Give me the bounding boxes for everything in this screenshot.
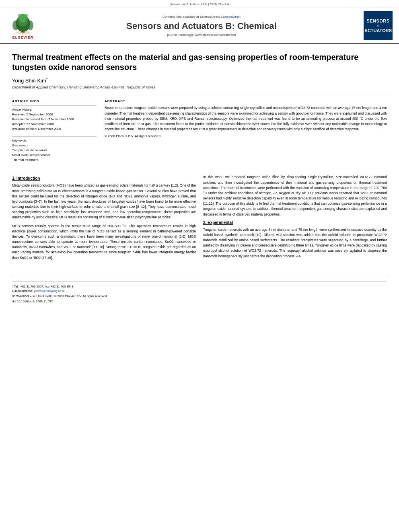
intro-para3: In this work, we prepared tungsten oxide… — [203, 175, 387, 217]
footer-doi: doi:10.1016/j.snb.2008.11.037 — [12, 300, 387, 303]
badge-and-text: & — [377, 24, 379, 28]
footer-email: yoshin@hanyang.ac.kr — [34, 289, 64, 293]
journal-title-center: Contents lists available at ScienceDirec… — [45, 11, 358, 40]
email-label: E-mail address: — [12, 289, 33, 293]
keyword-1: Gas sensor — [12, 143, 97, 148]
badge-actuators-text: ACTUATORS — [364, 28, 392, 33]
footer-tel-note: * Tel.: +82 31 400 5507; fax: +82 31 400… — [12, 285, 387, 288]
badge-sensors-text: SENSORS — [366, 18, 389, 24]
article-history-block: Article history: Received 5 September 20… — [12, 105, 97, 131]
copyright-line: © 2008 Elsevier B.V. All rights reserved… — [105, 134, 387, 138]
svg-point-8 — [25, 14, 28, 17]
main-col-left: 1. Introduction Metal oxide semiconducto… — [12, 175, 196, 263]
footer-area: * Tel.: +82 31 400 5507; fax: +82 31 400… — [12, 276, 387, 303]
experimental-para1: Tungsten oxide nanorods with an average … — [203, 227, 387, 259]
journal-header: ELSEVIER Contents lists available at Sci… — [0, 8, 399, 44]
elsevier-tree-icon — [11, 12, 35, 35]
history-label: Article history: — [12, 108, 97, 111]
abstract-title: ABSTRACT — [105, 99, 387, 103]
elsevier-brand-text: ELSEVIER — [12, 35, 34, 39]
abstract-text: Room-temperature tungsten oxide sensors … — [105, 105, 387, 132]
svg-point-5 — [12, 21, 19, 30]
journal-top-bar: Sensors and Actuators B 137 (2009) 297–3… — [0, 0, 399, 8]
svg-point-7 — [18, 14, 21, 17]
footer-rights: 0925-4005/$ – see front matter © 2008 El… — [12, 294, 387, 298]
footer-email-line: E-mail address: yoshin@hanyang.ac.kr — [12, 289, 387, 293]
revised-line: Received in revised form 7 November 2008 — [12, 117, 97, 122]
journal-main-title: Sensors and Actuators B: Chemical — [45, 21, 358, 31]
article-info-col: ARTICLE INFO Article history: Received 5… — [12, 99, 97, 167]
main-content-row: 1. Introduction Metal oxide semiconducto… — [12, 175, 387, 263]
page-wrapper: Sensors and Actuators B 137 (2009) 297–3… — [0, 0, 399, 532]
article-title: Thermal treatment effects on the materia… — [12, 52, 387, 72]
keywords-label: Keywords: — [12, 139, 97, 142]
keyword-2: Tungsten oxide nanorod — [12, 148, 97, 153]
intro-para1: Metal oxide semiconductors (MOS) have be… — [12, 183, 196, 220]
affiliation: Department of Applied Chemistry, Hanyang… — [12, 85, 387, 89]
journal-badge: SENSORS & ACTUATORS — [362, 11, 394, 40]
elsevier-logo: ELSEVIER — [5, 11, 41, 40]
accepted-line: Accepted 27 November 2008 — [12, 122, 97, 127]
intro-heading: 1. Introduction — [12, 176, 196, 181]
keyword-4: Thermal treatment — [12, 158, 97, 162]
volume-info: Sensors and Actuators B 137 (2009) 297–3… — [170, 2, 229, 6]
experimental-heading: 2. Experimental — [203, 220, 387, 225]
svg-point-6 — [27, 21, 33, 30]
author-name: Yong Shin Kim* — [12, 77, 387, 84]
keyword-3: Metal oxide semiconductor — [12, 153, 97, 158]
contents-available-line: Contents lists available at ScienceDirec… — [45, 15, 358, 18]
intro-para2: MOS sensors usually operate in the tempe… — [12, 224, 196, 261]
abstract-col: ABSTRACT Room-temperature tungsten oxide… — [105, 99, 387, 167]
sciencedirect-link[interactable]: ScienceDirect — [221, 15, 241, 18]
main-col-right: In this work, we prepared tungsten oxide… — [203, 175, 387, 263]
article-info-title: ARTICLE INFO — [12, 99, 97, 103]
badge-box: SENSORS & ACTUATORS — [364, 11, 393, 40]
journal-homepage: journal homepage: www.elsevier.com/locat… — [45, 33, 358, 37]
article-content: Thermal treatment effects on the materia… — [0, 44, 399, 272]
received-line: Received 5 September 2008 — [12, 112, 97, 117]
keywords-block: Keywords: Gas sensor Tungsten oxide nano… — [12, 136, 97, 162]
available-line: Available online 9 December 2008 — [12, 127, 97, 131]
article-info-row: ARTICLE INFO Article history: Received 5… — [12, 95, 387, 167]
footer-divider — [12, 281, 387, 281]
